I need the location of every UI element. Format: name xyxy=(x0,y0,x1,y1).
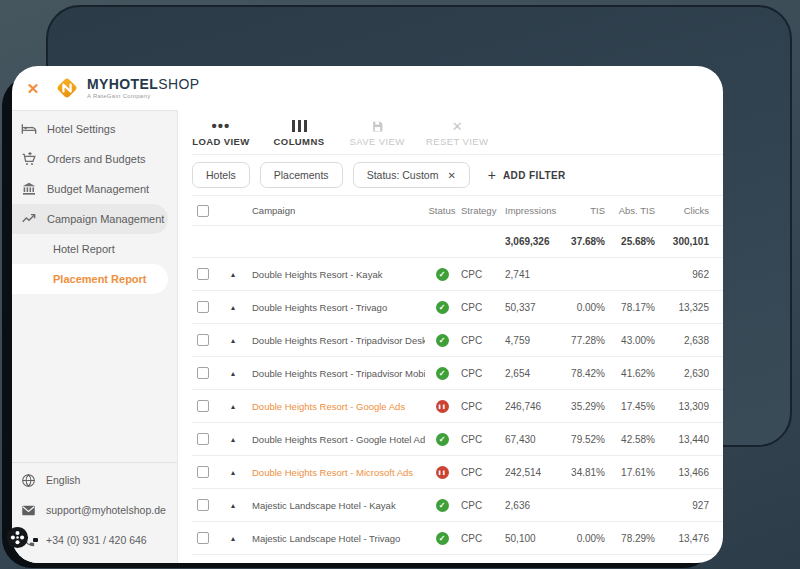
filter-chip-placements[interactable]: Placements xyxy=(260,162,343,188)
row-checkbox[interactable] xyxy=(197,367,209,379)
columns-button[interactable]: COLUMNS xyxy=(270,120,328,147)
clicks-value: 13,325 xyxy=(657,302,711,313)
myhotelshop-logo: MYHOTELSHOP A RateGain Company xyxy=(54,75,200,101)
close-icon[interactable]: ✕ xyxy=(20,81,46,96)
row-checkbox[interactable] xyxy=(197,400,209,412)
col-header-strategy[interactable]: Strategy xyxy=(459,205,503,216)
footer-item-globe[interactable]: English xyxy=(12,465,177,495)
abs-tis-value: 43.00% xyxy=(607,335,657,346)
sidebar-nav: Hotel SettingsOrders and BudgetsBudget M… xyxy=(12,111,177,294)
col-header-clicks[interactable]: Clicks xyxy=(657,205,711,216)
row-checkbox[interactable] xyxy=(197,301,209,313)
collapse-caret-icon[interactable]: ▴ xyxy=(222,270,244,279)
sidebar-item-campaign-management[interactable]: Campaign Management xyxy=(12,204,168,234)
abs-tis-value: 78.17% xyxy=(607,302,657,313)
impressions-value: 67,430 xyxy=(503,434,561,445)
campaign-name[interactable]: Double Heights Resort - Tripadvisor Desk… xyxy=(244,335,425,346)
phone-icon-fragment xyxy=(33,538,38,542)
status-active-icon[interactable] xyxy=(436,301,449,314)
col-header-campaign[interactable]: Campaign xyxy=(244,205,425,216)
bed-icon xyxy=(21,121,37,137)
save-view-button[interactable]: SAVE VIEW xyxy=(348,120,406,147)
clicks-value: 962 xyxy=(657,269,711,280)
row-checkbox[interactable] xyxy=(197,466,209,478)
table-row: ▴Double Heights Resort - TrivagoCPC50,33… xyxy=(192,291,723,324)
tis-value: 0.00% xyxy=(561,302,607,313)
status-active-icon[interactable] xyxy=(436,499,449,512)
status-paused-icon[interactable] xyxy=(436,466,449,479)
reset-x-icon: ✕ xyxy=(452,120,463,133)
sidebar-item-hotel-settings[interactable]: Hotel Settings xyxy=(12,114,177,144)
sidebar-item-budget-management[interactable]: Budget Management xyxy=(12,174,177,204)
logo-diamond-icon xyxy=(54,75,80,101)
collapse-caret-icon[interactable]: ▴ xyxy=(222,336,244,345)
col-header-status[interactable]: Status xyxy=(425,205,459,216)
collapse-caret-icon[interactable]: ▴ xyxy=(222,303,244,312)
row-checkbox[interactable] xyxy=(197,433,209,445)
select-all-checkbox[interactable] xyxy=(197,205,209,217)
row-checkbox[interactable] xyxy=(197,268,209,280)
collapse-caret-icon[interactable]: ▴ xyxy=(222,435,244,444)
col-header-tis[interactable]: TIS xyxy=(561,205,607,216)
campaign-name[interactable]: Double Heights Resort - Microsoft Ads xyxy=(244,467,425,478)
add-filter-button[interactable]: + ADD FILTER xyxy=(488,168,566,182)
campaign-name[interactable]: Double Heights Resort - Google Ads xyxy=(244,401,425,412)
plus-icon: + xyxy=(488,168,496,182)
col-header-impressions[interactable]: Impressions xyxy=(503,205,561,216)
table-row: ▴Double Heights Resort - Microsoft AdsCP… xyxy=(192,456,723,489)
sidebar-item-orders-and-budgets[interactable]: Orders and Budgets xyxy=(12,144,177,174)
brand-name: MYHOTELSHOP xyxy=(87,77,200,92)
collapse-caret-icon[interactable]: ▴ xyxy=(222,402,244,411)
strategy-value: CPC xyxy=(459,368,503,379)
status-active-icon[interactable] xyxy=(436,433,449,446)
campaign-name[interactable]: Double Heights Resort - Kayak xyxy=(244,269,425,280)
remove-filter-icon[interactable]: ✕ xyxy=(447,170,455,181)
impressions-value: 4,759 xyxy=(503,335,561,346)
load-view-button[interactable]: ••• LOAD VIEW xyxy=(192,120,250,147)
film-reel-badge[interactable] xyxy=(5,526,30,551)
row-checkbox[interactable] xyxy=(197,532,209,544)
campaign-name[interactable]: Double Heights Resort - Trivago xyxy=(244,302,425,313)
clicks-value: 13,309 xyxy=(657,401,711,412)
sidebar-subitem-placement-report[interactable]: Placement Report xyxy=(12,264,168,294)
main-content: ••• LOAD VIEW COLUMNS SAVE VIEW ✕ RESET … xyxy=(178,110,723,563)
campaign-name[interactable]: Double Heights Resort - Google Hotel Ads xyxy=(244,434,425,445)
campaign-name[interactable]: Majestic Landscape Hotel - Kayak xyxy=(244,500,425,511)
sidebar-subitem-hotel-report[interactable]: Hotel Report xyxy=(12,234,177,264)
sidebar-subitem-label: Placement Report xyxy=(53,273,147,285)
table-header-row: Campaign Status Strategy Impressions TIS… xyxy=(192,196,723,226)
collapse-caret-icon[interactable]: ▴ xyxy=(222,468,244,477)
impressions-value: 242,514 xyxy=(503,467,561,478)
collapse-caret-icon[interactable]: ▴ xyxy=(222,501,244,510)
status-paused-icon[interactable] xyxy=(436,400,449,413)
strategy-value: CPC xyxy=(459,434,503,445)
filter-chip-status[interactable]: Status: Custom ✕ xyxy=(353,162,470,188)
strategy-value: CPC xyxy=(459,401,503,412)
tis-value: 34.81% xyxy=(561,467,607,478)
footer-item-mail[interactable]: support@myhotelshop.de xyxy=(12,495,177,525)
total-clicks: 300,101 xyxy=(657,236,711,247)
collapse-caret-icon[interactable]: ▴ xyxy=(222,369,244,378)
sidebar-item-label: Orders and Budgets xyxy=(47,153,145,165)
status-active-icon[interactable] xyxy=(436,268,449,281)
abs-tis-value: 42.58% xyxy=(607,434,657,445)
strategy-value: CPC xyxy=(459,335,503,346)
row-checkbox[interactable] xyxy=(197,334,209,346)
ellipsis-icon: ••• xyxy=(212,120,231,133)
filter-chip-hotels[interactable]: Hotels xyxy=(192,162,250,188)
reset-view-button[interactable]: ✕ RESET VIEW xyxy=(426,120,488,147)
impressions-value: 246,746 xyxy=(503,401,561,412)
status-active-icon[interactable] xyxy=(436,367,449,380)
row-checkbox[interactable] xyxy=(197,499,209,511)
campaign-name[interactable]: Double Heights Resort - Tripadvisor Mobi… xyxy=(244,368,425,379)
table-body: ▴Double Heights Resort - KayakCPC2,74196… xyxy=(192,258,723,555)
brand-tagline: A RateGain Company xyxy=(87,93,200,99)
abs-tis-value: 17.61% xyxy=(607,467,657,478)
status-active-icon[interactable] xyxy=(436,532,449,545)
status-active-icon[interactable] xyxy=(436,334,449,347)
col-header-abs-tis[interactable]: Abs. TIS xyxy=(607,205,657,216)
campaign-name[interactable]: Majestic Landscape Hotel - Trivago xyxy=(244,533,425,544)
collapse-caret-icon[interactable]: ▴ xyxy=(222,534,244,543)
table-row: ▴Double Heights Resort - Tripadvisor Mob… xyxy=(192,357,723,390)
table-row: ▴Majestic Landscape Hotel - TrivagoCPC50… xyxy=(192,522,723,555)
